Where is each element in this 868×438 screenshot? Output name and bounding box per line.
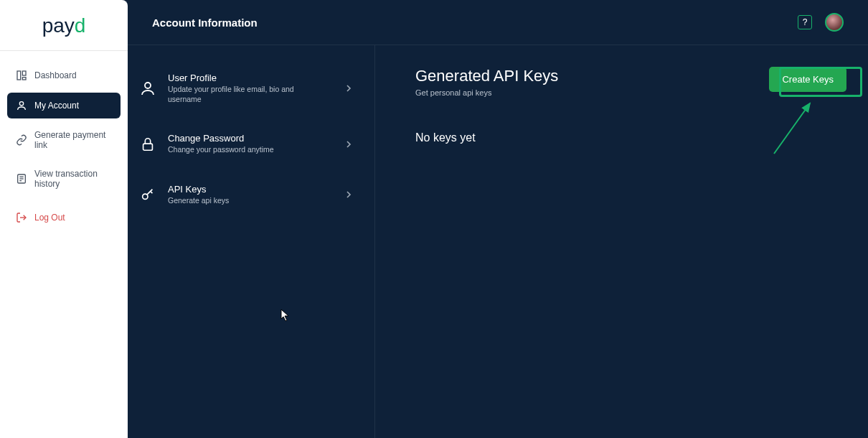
empty-state: No keys yet [415, 131, 846, 144]
settings-column: User Profile Update your profile like em… [128, 45, 375, 438]
setting-api-keys[interactable]: API Keys Generate api keys [128, 169, 374, 220]
key-icon [138, 185, 158, 205]
setting-change-password[interactable]: Change Password Change your password any… [128, 118, 374, 169]
sidebar-item-transactions[interactable]: View transaction history [7, 162, 121, 196]
setting-subtitle: Change your password anytime [168, 145, 311, 155]
topbar: Account Information ? [128, 0, 868, 45]
sidebar-item-label: Generate payment link [34, 130, 112, 150]
lock-icon [138, 134, 158, 154]
setting-title: Change Password [168, 133, 333, 144]
sidebar-item-logout[interactable]: Log Out [7, 205, 121, 230]
detail-header: Generated API Keys Get personal api keys… [415, 67, 846, 97]
sidebar-item-label: Log Out [34, 213, 65, 223]
sidebar: payd Dashboard My Account Generate payme… [0, 0, 128, 438]
svg-rect-2 [22, 78, 26, 80]
brand-logo: payd [0, 0, 128, 51]
svg-point-3 [19, 102, 23, 106]
svg-rect-10 [143, 144, 153, 150]
detail-column: Generated API Keys Get personal api keys… [375, 45, 868, 438]
setting-title: API Keys [168, 184, 333, 195]
link-icon [16, 134, 27, 146]
create-keys-button[interactable]: Create Keys [769, 67, 846, 92]
history-icon [16, 173, 27, 185]
detail-title: Generated API Keys [415, 67, 558, 85]
sidebar-item-label: View transaction history [34, 169, 112, 189]
detail-heading-group: Generated API Keys Get personal api keys [415, 67, 558, 97]
svg-rect-1 [22, 71, 26, 75]
chevron-right-icon [343, 83, 354, 94]
detail-subtitle: Get personal api keys [415, 88, 558, 97]
setting-text: API Keys Generate api keys [168, 184, 333, 206]
svg-point-9 [145, 83, 151, 88]
user-icon [138, 78, 158, 98]
sidebar-item-label: My Account [34, 101, 79, 111]
sidebar-item-payment-link[interactable]: Generate payment link [7, 123, 121, 157]
sidebar-item-my-account[interactable]: My Account [7, 93, 121, 118]
main: Account Information ? User Profile Updat… [128, 0, 868, 438]
brand-text-2: d [75, 14, 86, 37]
setting-subtitle: Update your profile like email, bio and … [168, 85, 311, 104]
chevron-right-icon [343, 189, 354, 200]
dashboard-icon [16, 70, 27, 81]
brand-text-1: pay [42, 14, 75, 37]
page-title: Account Information [152, 17, 258, 29]
help-icon: ? [803, 17, 808, 27]
setting-user-profile[interactable]: User Profile Update your profile like em… [128, 58, 374, 118]
account-icon [16, 100, 27, 111]
topbar-right: ? [798, 13, 844, 32]
content: User Profile Update your profile like em… [128, 45, 868, 438]
arrow-annotation [770, 100, 821, 157]
sidebar-nav: Dashboard My Account Generate payment li… [0, 51, 128, 242]
logout-icon [16, 212, 27, 223]
sidebar-item-label: Dashboard [34, 70, 77, 80]
setting-text: User Profile Update your profile like em… [168, 73, 333, 104]
help-button[interactable]: ? [798, 15, 812, 29]
svg-rect-0 [17, 71, 21, 80]
setting-subtitle: Generate api keys [168, 196, 311, 206]
avatar[interactable] [825, 13, 844, 32]
setting-title: User Profile [168, 73, 333, 83]
svg-line-12 [774, 103, 810, 154]
chevron-right-icon [343, 139, 354, 150]
setting-text: Change Password Change your password any… [168, 133, 333, 155]
sidebar-item-dashboard[interactable]: Dashboard [7, 62, 121, 88]
